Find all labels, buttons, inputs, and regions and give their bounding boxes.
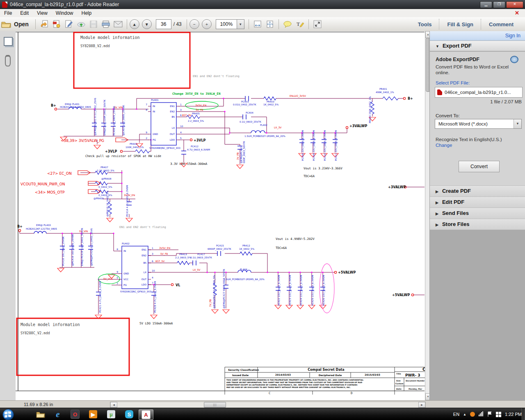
fullscreen-icon[interactable] xyxy=(311,18,324,30)
section-store-files[interactable]: ▶Store Files xyxy=(430,219,525,230)
save-icon[interactable] xyxy=(87,18,100,30)
schematic-label: PL404 xyxy=(240,268,247,271)
close-button[interactable]: ✕ xyxy=(506,1,523,8)
schematic-label: PR413 xyxy=(179,253,187,256)
schematic-label: 680P_0603_50V7K xyxy=(243,141,246,163)
email-icon[interactable] xyxy=(112,18,124,30)
convert-button[interactable]: Convert xyxy=(459,161,500,172)
sign-icon[interactable] xyxy=(63,18,75,30)
page-down-icon[interactable]: ▼ xyxy=(142,19,152,29)
taskbar-media-player-icon[interactable]: ▶ xyxy=(86,409,100,419)
highlight-text-icon[interactable]: T xyxy=(294,18,306,30)
change-language-link[interactable]: Change xyxy=(436,143,521,148)
export-pdf-section-header[interactable]: ▼Export PDF xyxy=(430,41,525,52)
title-bar[interactable]: 046ce_compal_la-b291p_r1.0.pdf - Adobe R… xyxy=(0,0,525,9)
taskbar-internet-explorer-icon[interactable]: e xyxy=(51,409,65,419)
ic-refdes: PU401 xyxy=(151,99,159,101)
page-up-icon[interactable]: ▲ xyxy=(130,19,139,29)
tray-hidden-icons-icon[interactable]: ▲ xyxy=(463,413,466,416)
horizontal-scrollbar[interactable]: ◀ ||| ▶ xyxy=(110,402,426,408)
menu-file[interactable]: File xyxy=(0,10,16,16)
fit-width-icon[interactable] xyxy=(251,18,264,30)
tray-action-center-icon[interactable] xyxy=(487,411,492,417)
section-edit-pdf[interactable]: ▶Edit PDF xyxy=(430,196,525,208)
ic-pin-number: 10 xyxy=(152,269,155,272)
horizontal-scroll-thumb[interactable]: ||| xyxy=(204,402,226,408)
schematic-label: PR412 xyxy=(242,244,250,247)
tab-tools[interactable]: Tools xyxy=(411,21,439,27)
taskbar-opera-icon[interactable]: O xyxy=(68,409,82,419)
section-create-pdf[interactable]: ▶Create PDF xyxy=(430,185,525,197)
menu-help[interactable]: Help xyxy=(78,10,96,16)
document-page[interactable]: PU401SY8208BQNC_QFN10_3X37IN8IN9GND2PG1E… xyxy=(16,31,425,400)
open-button[interactable]: Open xyxy=(14,21,29,27)
close-document-icon[interactable]: ✕ xyxy=(511,10,523,16)
resistor-symbol xyxy=(383,97,398,100)
tab-fill-sign[interactable]: Fill & Sign xyxy=(440,21,481,27)
tray-clock[interactable]: 1:22 PM xyxy=(505,412,522,417)
tray-network-icon[interactable] xyxy=(479,411,484,417)
attachments-icon[interactable] xyxy=(5,55,11,66)
taskbar-skype-icon[interactable]: S xyxy=(122,409,136,419)
zoom-level-input[interactable] xyxy=(216,19,237,29)
zoom-dropdown-icon[interactable]: ▼ xyxy=(237,19,244,29)
zoom-in-icon[interactable]: ＋ xyxy=(202,19,212,29)
resistor-symbol xyxy=(135,150,149,153)
maximize-button[interactable]: ❐ xyxy=(493,1,505,8)
schematic-label: PR405 xyxy=(192,112,200,115)
schematic-label: 100K_0402_1% xyxy=(126,146,144,149)
schematic-label: +5VALWP xyxy=(392,293,410,297)
scroll-right-icon[interactable]: ▶ xyxy=(418,402,425,408)
print-icon[interactable] xyxy=(100,18,112,30)
titleblock-text: PWR- 3 xyxy=(405,373,420,377)
tab-comment[interactable]: Comment xyxy=(482,21,521,27)
comment-bubble-icon[interactable] xyxy=(281,18,294,30)
page-thumbnails-icon[interactable] xyxy=(4,37,13,46)
taskbar-explorer-icon[interactable] xyxy=(34,409,48,419)
convert-format-select[interactable]: Microsoft Word (*.docx) ▼ xyxy=(435,119,522,129)
titleblock-text: Custom xyxy=(395,383,404,385)
section-send-files[interactable]: ▶Send Files xyxy=(430,208,525,219)
menu-edit[interactable]: Edit xyxy=(16,10,33,16)
schematic-label: PR401 xyxy=(379,88,387,90)
fit-page-icon[interactable] xyxy=(264,18,276,30)
sign-in-link[interactable]: Sign In xyxy=(505,33,520,39)
ic-pin-number: 7 xyxy=(146,103,147,106)
schematic-label: 5V_FB xyxy=(160,252,168,256)
pdf-app-icon xyxy=(2,2,7,8)
titleblock-text: Deciphered Date xyxy=(319,374,342,377)
tray-app-icon[interactable] xyxy=(470,412,475,417)
panel-empty-area xyxy=(430,230,525,400)
junction-dot xyxy=(311,272,312,273)
taskbar-adobe-reader-icon[interactable]: A xyxy=(139,409,153,420)
menu-view[interactable]: View xyxy=(33,10,52,16)
show-desktop-button[interactable] xyxy=(522,408,525,420)
ic-pin-number: 1 xyxy=(180,103,182,106)
zoom-out-icon[interactable]: − xyxy=(189,19,199,29)
schematic-label: @EMI@PC401 0.1U_0402_25V6 xyxy=(94,98,97,135)
previous-view-icon[interactable] xyxy=(38,18,50,30)
taskbar-utorrent-icon[interactable]: µ xyxy=(104,409,118,419)
create-pdf-icon[interactable] xyxy=(50,18,63,30)
selected-file-button[interactable]: 046ce_compal_la-b291p_r1.0... xyxy=(435,87,523,98)
ic-pin-number: 3 xyxy=(180,109,182,111)
tray-language[interactable]: EN xyxy=(453,412,459,417)
scroll-left-icon[interactable]: ◀ xyxy=(110,402,117,408)
schematic-label: PC426 22U_0603_6.3V6M xyxy=(322,275,325,306)
page-number-input[interactable] xyxy=(156,19,171,29)
inductor-symbol xyxy=(251,130,265,133)
ic-pin-number: 5 xyxy=(116,276,118,279)
schematic-label: SY8208C_V2.mdd xyxy=(21,331,50,335)
cloud-upload-icon[interactable] xyxy=(75,18,87,30)
schematic-label: <38,39> 3V/5VALW_PG xyxy=(61,139,104,143)
schematic-label: VL xyxy=(176,283,180,287)
open-folder-icon[interactable] xyxy=(0,18,12,30)
ic-pin-number: 4 xyxy=(180,131,182,134)
recognize-text-label: Recognize Text in English(U.S.) xyxy=(436,137,521,142)
start-button[interactable] xyxy=(2,409,14,420)
menu-window[interactable]: Window xyxy=(52,10,78,16)
tray-windows-icon[interactable] xyxy=(496,412,501,417)
tools-panel: Sign In ▼Export PDF Adobe ExportPDF Conv… xyxy=(429,31,525,400)
schematic-label: PC425 22U_0603_6.3V6M xyxy=(311,275,314,306)
minimize-button[interactable]: ▁ xyxy=(480,1,492,8)
